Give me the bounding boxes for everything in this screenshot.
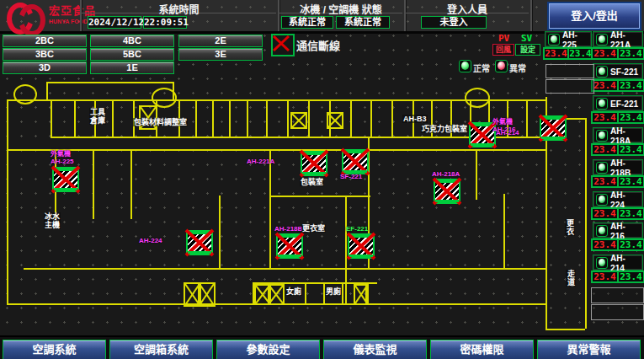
wall xyxy=(350,99,352,137)
equipment-icon-EF-221[interactable] xyxy=(348,233,375,259)
unit-values-AH-216: 23.423.4 xyxy=(591,238,644,251)
floor-button-3bc[interactable]: 3BC xyxy=(3,48,87,61)
nav-ahu-system[interactable]: 空調箱系統 xyxy=(109,340,213,359)
nav-alarm[interactable]: 異常警報 xyxy=(537,340,641,359)
wall xyxy=(287,99,289,137)
system-time-value: 22:09:51 xyxy=(143,16,187,29)
header-bar: 宏亞食品 HUNYA FOODS 系統時間 2024/12/12 22:09:5… xyxy=(0,0,644,34)
sv-value: 23.4 xyxy=(618,80,644,91)
wall xyxy=(46,82,173,83)
unit-AH-221A[interactable]: AH-221A xyxy=(593,32,642,46)
wall xyxy=(219,196,221,268)
unit-values-EF-221: 23.423.4 xyxy=(591,111,644,124)
room-label: 更衣室 xyxy=(301,224,326,233)
wall xyxy=(51,99,52,137)
nav-ac-system[interactable]: 空調系統 xyxy=(3,340,106,359)
wall xyxy=(74,99,76,137)
pv-label: PV xyxy=(498,33,509,44)
sv-value: 23.4 xyxy=(618,144,644,155)
stair-icon xyxy=(198,282,216,307)
floor-button-2bc[interactable]: 2BC xyxy=(3,35,87,47)
wall xyxy=(229,99,231,137)
unit-SF-221[interactable]: SF-221 xyxy=(593,64,642,78)
empty-slot xyxy=(591,304,644,320)
pv-value: 23.4 xyxy=(592,48,618,59)
equipment-icon-外氣機-AH-216[interactable] xyxy=(540,115,567,141)
nav-meter-monitor[interactable]: 儀表監視 xyxy=(323,340,427,359)
unit-values-SF-221: 23.423.4 xyxy=(591,79,644,92)
pv-value: 23.4 xyxy=(592,144,618,155)
floor-button-4bc[interactable]: 4BC xyxy=(90,35,174,47)
pv-value: 23.4 xyxy=(592,239,618,250)
floor-button-2e[interactable]: 2E xyxy=(178,35,263,47)
room-label: 工具 倉庫 xyxy=(89,108,106,125)
unit-AH-218B[interactable]: AH-218B xyxy=(593,160,642,174)
login-status-value: 未登入 xyxy=(421,16,487,29)
stair-icon xyxy=(290,112,307,129)
nav-password-auth[interactable]: 密碼權限 xyxy=(430,340,534,359)
login-logout-button[interactable]: 登入/登出 xyxy=(549,3,640,29)
room-label: AH-B3 xyxy=(402,115,428,123)
equipment-label: 外氣機 AH-216 xyxy=(492,118,516,133)
unit-status-led-icon xyxy=(596,194,608,206)
room-label: 包裝材料調整室 xyxy=(133,118,188,126)
bottom-nav-bar: 空調系統空調箱系統參數設定儀表監視密碼權限異常警報 xyxy=(0,335,644,359)
floor-button-5bc[interactable]: 5BC xyxy=(90,48,174,61)
floor-button-1e[interactable]: 1E xyxy=(90,62,174,74)
wall xyxy=(24,268,547,270)
wall xyxy=(585,118,587,329)
normal-led-icon xyxy=(459,60,471,72)
unit-AH-214[interactable]: AH-214 xyxy=(593,255,642,270)
wall xyxy=(269,149,271,268)
sv-value: 23.4 xyxy=(618,208,644,219)
equipment-label: EF-221 xyxy=(346,225,368,233)
unit-EF-221[interactable]: EF-221 xyxy=(593,96,642,110)
sv-label: SV xyxy=(521,33,532,44)
sv-value: 23.4 xyxy=(618,48,644,59)
brand-logo-icon xyxy=(7,3,45,29)
system-time-label: 系統時間 xyxy=(82,2,276,13)
pv-value: 23.4 xyxy=(592,112,618,123)
stair-icon xyxy=(327,112,343,129)
system-date-value: 2024/12/12 xyxy=(88,16,141,29)
unit-status-led-icon xyxy=(596,34,608,46)
spiral-stair-icon xyxy=(465,88,490,108)
wall xyxy=(212,99,214,137)
unit-AH-218A[interactable]: AH-218A xyxy=(593,128,642,142)
wall xyxy=(130,149,132,219)
equipment-icon-AH-224[interactable] xyxy=(186,230,213,255)
unit-AH-225[interactable]: AH-225 xyxy=(546,32,591,46)
nav-param-settings[interactable]: 參數設定 xyxy=(216,340,320,359)
pv-value: 23.4 xyxy=(592,271,618,282)
hmi-screen: 宏亞食品 HUNYA FOODS 系統時間 2024/12/12 22:09:5… xyxy=(0,0,644,359)
pv-type-box: 回風 xyxy=(492,44,514,56)
equipment-label: AH-221A xyxy=(247,158,274,165)
room-label: 走道 xyxy=(566,270,576,287)
wall xyxy=(112,99,114,137)
wall xyxy=(391,99,393,137)
sv-value: 23.4 xyxy=(618,271,644,282)
wall xyxy=(503,194,505,268)
unit-status-led-icon xyxy=(548,34,560,46)
floor-button-3d[interactable]: 3D xyxy=(3,62,87,74)
equipment-icon-AH-218B[interactable] xyxy=(276,233,303,259)
unit-name-label: AH-224 xyxy=(610,190,639,210)
wall xyxy=(476,149,477,200)
equipment-icon-外氣機-AH-225[interactable] xyxy=(52,167,79,192)
ahu-status-value: 系統正常 xyxy=(336,16,390,29)
equipment-icon-AH-221A[interactable] xyxy=(301,151,327,176)
unit-name-label: EF-221 xyxy=(610,99,638,109)
floor-button-3e[interactable]: 3E xyxy=(178,48,263,61)
sv-value: 23.4 xyxy=(568,48,593,59)
sv-value: 23.4 xyxy=(618,239,644,250)
unit-AH-224[interactable]: AH-224 xyxy=(593,192,642,206)
wall xyxy=(342,282,343,303)
equipment-icon-AH-218A[interactable] xyxy=(434,179,460,204)
comm-fail-label: 通信斷線 xyxy=(296,37,340,53)
equipment-icon-SF-221[interactable] xyxy=(342,149,369,174)
wall xyxy=(93,149,94,219)
unit-AH-216[interactable]: AH-216 xyxy=(593,223,642,238)
empty-slot xyxy=(546,64,594,78)
equipment-label: 外氣機 AH-225 xyxy=(51,150,74,165)
sv-value: 23.4 xyxy=(618,176,644,187)
